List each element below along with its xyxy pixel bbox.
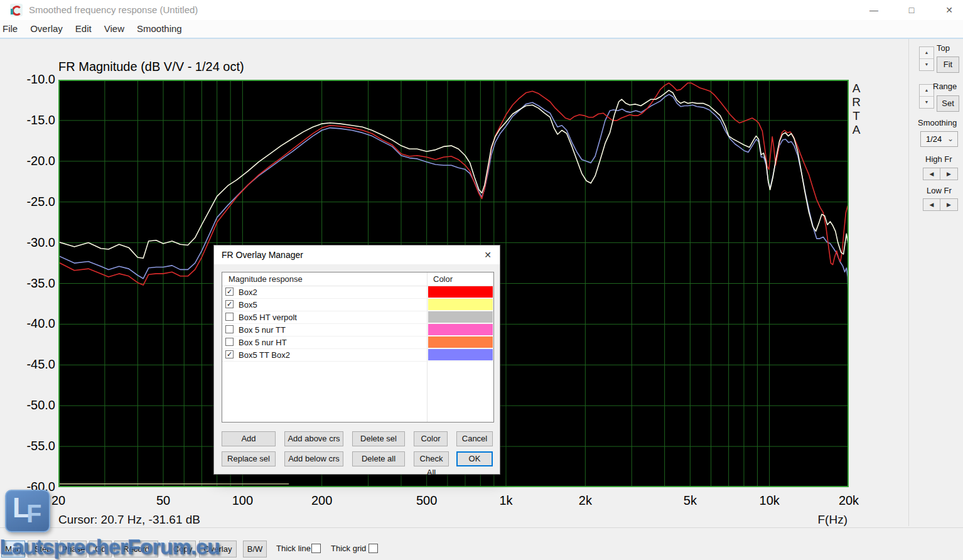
range-down-icon[interactable]: ▼ (920, 96, 933, 108)
overlay-row-label: Box5 TT Box2 (239, 350, 290, 360)
top-up-icon[interactable]: ▲ (920, 47, 933, 58)
add-above-crs-button[interactable]: Add above crs (284, 431, 343, 446)
y-tick-label: -35.0 (13, 276, 55, 291)
add-button[interactable]: Add (222, 431, 276, 446)
overlay-row[interactable]: ✓Box2 (222, 286, 493, 299)
checkbox-checked-icon[interactable]: ✓ (225, 288, 234, 296)
low-fr-left-icon[interactable]: ◀ (923, 198, 940, 211)
chart-title: FR Magnitude (dB V/V - 1/24 oct) (58, 60, 244, 74)
overlay-row[interactable]: ✓Box5 TT Box2 (222, 348, 493, 362)
dialog-title: FR Overlay Manager (222, 250, 303, 260)
title-bar: Smoothed frequency response (Untitled) —… (0, 0, 963, 20)
cursor-readout: Cursor: 20.7 Hz, -31.61 dB (58, 513, 200, 527)
y-tick-label: -30.0 (13, 235, 55, 250)
x-tick-label: 200 (300, 493, 344, 508)
cancel-button[interactable]: Cancel (456, 431, 493, 446)
panel-top-edge (0, 38, 963, 39)
chevron-down-icon: ⌄ (947, 132, 954, 146)
dialog-title-bar[interactable]: FR Overlay Manager ✕ (214, 245, 500, 264)
close-button[interactable]: ✕ (940, 3, 959, 18)
column-header-color: Color (433, 274, 453, 284)
delete-all-button[interactable]: Delete all (352, 451, 405, 466)
window-title: Smoothed frequency response (Untitled) (29, 4, 198, 15)
overlay-row[interactable]: ✓Box5 (222, 298, 493, 311)
b-w-button[interactable]: B/W (243, 541, 267, 557)
x-tick-label: 100 (220, 493, 264, 508)
x-tick-label: 1k (484, 493, 528, 508)
color-swatch[interactable] (428, 299, 493, 310)
replace-sel-button[interactable]: Replace sel (222, 451, 276, 466)
thick-line-checkbox[interactable] (311, 544, 321, 553)
thick-line-label: Thick line (276, 544, 311, 553)
overlay-list[interactable]: Magnitude response Color ✓Box2✓Box5Box5 … (222, 272, 494, 423)
y-tick-label: -20.0 (13, 154, 55, 168)
range-up-icon[interactable]: ▲ (920, 85, 933, 96)
checkbox-checked-icon[interactable]: ✓ (225, 350, 234, 358)
low-fr-label: Low Fr (927, 186, 952, 195)
app-icon (10, 4, 23, 16)
checkbox-checked-icon[interactable]: ✓ (225, 300, 234, 308)
y-tick-label: -25.0 (13, 195, 55, 209)
high-fr-arrows: ◀ ▶ (923, 168, 958, 180)
overlay-row-label: Box5 HT verpolt (239, 313, 297, 322)
watermark-logo: L F (5, 490, 50, 532)
color-swatch[interactable] (428, 337, 493, 348)
thick-grid-label: Thick grid (331, 544, 366, 553)
add-below-crs-button[interactable]: Add below crs (284, 451, 343, 466)
x-axis-label: F(Hz) (797, 513, 847, 527)
set-button[interactable]: Set (937, 95, 959, 112)
checkbox-unchecked-icon[interactable] (225, 325, 234, 333)
menu-item-overlay[interactable]: Overlay (24, 20, 69, 38)
overlay-row[interactable]: Box 5 nur TT (222, 323, 493, 337)
top-down-icon[interactable]: ▼ (920, 58, 933, 70)
high-fr-label: High Fr (925, 154, 952, 164)
color-swatch[interactable] (428, 349, 493, 360)
toolbar-divider (0, 527, 963, 528)
column-header-name: Magnitude response (229, 274, 303, 284)
menu-item-view[interactable]: View (98, 20, 131, 38)
y-tick-label: -45.0 (13, 357, 55, 372)
high-fr-right-icon[interactable]: ▶ (940, 168, 958, 180)
menu-item-edit[interactable]: Edit (69, 20, 98, 38)
y-tick-label: -55.0 (13, 439, 55, 453)
color-swatch[interactable] (428, 311, 493, 323)
overlay-row-label: Box2 (239, 288, 257, 297)
range-spinner[interactable]: ▲ ▼ (919, 84, 934, 109)
check-all-button[interactable]: Check All (414, 451, 449, 466)
low-fr-arrows: ◀ ▶ (923, 198, 958, 211)
ok-button[interactable]: OK (456, 451, 493, 466)
high-fr-left-icon[interactable]: ◀ (923, 168, 940, 180)
menu-item-smoothing[interactable]: Smoothing (131, 20, 188, 38)
color-swatch[interactable] (428, 324, 493, 335)
color-button[interactable]: Color (414, 431, 448, 446)
overlay-row-label: Box 5 nur HT (239, 338, 287, 347)
watermark-text: LautsprecherForum.eu (0, 535, 220, 559)
low-fr-right-icon[interactable]: ▶ (940, 198, 958, 211)
delete-sel-button[interactable]: Delete sel (352, 431, 405, 446)
dialog-close-icon[interactable]: ✕ (481, 249, 495, 261)
fit-button[interactable]: Fit (937, 57, 959, 73)
minimize-button[interactable]: — (864, 3, 883, 18)
maximize-button[interactable]: □ (902, 3, 921, 18)
panel-divider (908, 39, 909, 526)
x-tick-label: 20k (827, 493, 871, 508)
x-tick-label: 500 (405, 493, 449, 508)
smoothing-dropdown[interactable]: 1/24 ⌄ (920, 131, 958, 147)
watermark-logo-letter-f: F (26, 500, 41, 528)
smoothing-label: Smoothing (918, 118, 957, 127)
overlay-row[interactable]: Box5 HT verpolt (222, 311, 493, 324)
color-swatch[interactable] (428, 286, 493, 298)
checkbox-unchecked-icon[interactable] (225, 313, 234, 321)
overlay-row-label: Box5 (239, 300, 257, 310)
top-spinner[interactable]: ▲ ▼ (919, 46, 934, 71)
overlay-row-label: Box 5 nur TT (239, 325, 286, 335)
y-tick-label: -10.0 (13, 72, 55, 87)
y-tick-label: -50.0 (13, 398, 55, 412)
y-tick-label: -40.0 (13, 316, 55, 331)
overlay-row[interactable]: Box 5 nur HT (222, 336, 493, 349)
menu-item-file[interactable]: File (0, 20, 24, 38)
y-tick-label: -15.0 (13, 113, 55, 127)
checkbox-unchecked-icon[interactable] (225, 338, 234, 346)
thick-grid-checkbox[interactable] (369, 544, 378, 553)
x-tick-label: 2k (563, 493, 607, 508)
